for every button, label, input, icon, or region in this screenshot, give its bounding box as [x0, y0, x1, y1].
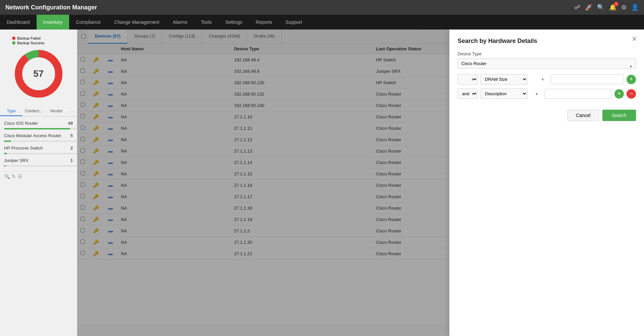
- sidebar-tabs: Type Credent... Vendor ···: [0, 107, 77, 116]
- device-type-count: 1: [65, 158, 73, 163]
- search-icon[interactable]: 🔍: [597, 4, 604, 11]
- content-area: Devices (57) Groups (7) Configs (113) Ch…: [77, 30, 644, 336]
- filter-row-2: and or DRAM Size Flash Size Description …: [458, 89, 636, 99]
- device-type-bar: [4, 165, 6, 167]
- device-type-name: HP Procurve Switch: [4, 146, 65, 151]
- device-type-label: Device Type: [458, 51, 636, 56]
- nav-item-compliance[interactable]: Compliance: [69, 15, 107, 30]
- donut-center-number: 57: [33, 68, 44, 79]
- sidebar-bottom: 🔍 ↻ ☰: [0, 171, 77, 181]
- notification-badge: 3: [614, 2, 618, 6]
- filter-row-1: and or DRAM Size Flash Size Description …: [458, 74, 636, 85]
- nav-item-reports[interactable]: Reports: [249, 15, 279, 30]
- nav-item-alarms[interactable]: Alarms: [166, 15, 194, 30]
- list-item[interactable]: HP Procurve Switch 2: [0, 144, 77, 154]
- search-bottom-icon[interactable]: 🔍: [4, 174, 10, 179]
- device-type-bar: [4, 141, 11, 142]
- sidebar-tab-vendor[interactable]: Vendor: [45, 107, 67, 116]
- list-item[interactable]: Cisco Modular Access Router 5: [0, 131, 77, 142]
- device-type-select[interactable]: Cisco Router HP Switch Juniper SRX Cisco…: [458, 58, 636, 69]
- filter1-connector-select[interactable]: and or: [458, 74, 478, 85]
- bell-icon[interactable]: 🔔 3: [609, 4, 616, 11]
- device-type-name: Cisco Modular Access Router: [4, 133, 65, 138]
- filter1-value-input[interactable]: [551, 74, 624, 84]
- modal-panel: Search by Hardware Details ✕ Device Type…: [449, 30, 644, 336]
- sidebar-tab-type[interactable]: Type: [0, 107, 22, 116]
- sidebar-tab-credentials[interactable]: Credent...: [22, 107, 45, 116]
- gear-icon[interactable]: ⚙: [621, 4, 627, 11]
- nav-item-settings[interactable]: Settings: [219, 15, 249, 30]
- device-type-select-wrap: Cisco Router HP Switch Juniper SRX Cisco…: [458, 58, 636, 74]
- device-type-bar: [4, 153, 7, 154]
- nav-item-support[interactable]: Support: [279, 15, 309, 30]
- device-type-name: Cisco IOS Router: [4, 121, 65, 126]
- nav-item-dashboard[interactable]: Dashboard: [0, 15, 37, 30]
- sidebar: Backup Failed Backup Success 57: [0, 30, 77, 336]
- list-item[interactable]: Cisco IOS Router 49: [0, 119, 77, 129]
- legend-failed: Backup Failed: [12, 36, 44, 40]
- failed-dot: [12, 37, 15, 40]
- device-type-count: 5: [65, 133, 73, 138]
- filter1-field-select[interactable]: DRAM Size Flash Size Description Model S…: [480, 74, 527, 85]
- modal-footer: Cancel Search: [458, 110, 636, 121]
- filter2-value-input[interactable]: [545, 89, 612, 99]
- list-item[interactable]: Juniper SRX 1: [0, 156, 77, 167]
- device-type-bar: [4, 128, 70, 129]
- user-icon[interactable]: 👤: [631, 4, 639, 11]
- filter2-field-select[interactable]: DRAM Size Flash Size Description Model S…: [480, 89, 527, 99]
- filter1-add-button[interactable]: +: [627, 75, 636, 84]
- cancel-button[interactable]: Cancel: [567, 110, 599, 121]
- monitor-icon[interactable]: ☍: [574, 4, 580, 11]
- search-button[interactable]: Search: [602, 110, 636, 121]
- filter2-connector-select[interactable]: and or: [458, 89, 478, 99]
- app-title: Network Configuration Manager: [5, 4, 97, 11]
- donut-chart: 57: [12, 47, 65, 101]
- modal-title: Search by Hardware Details: [458, 38, 636, 45]
- nav-item-change-management[interactable]: Change Management: [107, 15, 166, 30]
- donut-container: Backup Failed Backup Success 57: [0, 33, 77, 104]
- success-dot: [12, 41, 15, 45]
- modal-close-button[interactable]: ✕: [632, 35, 637, 43]
- device-type-count: 49: [65, 121, 73, 126]
- device-type-count: 2: [65, 146, 73, 151]
- sidebar-tab-more[interactable]: ···: [67, 107, 77, 116]
- nav-bar: Dashboard Inventory Compliance Change Ma…: [0, 15, 644, 30]
- title-bar-icons: ☍ 🚀 🔍 🔔 3 ⚙ 👤: [574, 4, 639, 11]
- success-label: Backup Success: [17, 41, 44, 45]
- modal-overlay: Search by Hardware Details ✕ Device Type…: [77, 30, 644, 336]
- nav-item-inventory[interactable]: Inventory: [37, 15, 70, 30]
- filter2-remove-button[interactable]: −: [627, 89, 636, 99]
- refresh-bottom-icon[interactable]: ↻: [12, 174, 16, 179]
- device-type-name: Juniper SRX: [4, 158, 65, 163]
- rocket-icon[interactable]: 🚀: [585, 4, 592, 11]
- nav-item-tools[interactable]: Tools: [194, 15, 219, 30]
- main-layout: Backup Failed Backup Success 57: [0, 30, 644, 336]
- device-type-list: Cisco IOS Router 49 Cisco Modular Access…: [0, 116, 77, 171]
- list-bottom-icon[interactable]: ☰: [18, 174, 22, 179]
- legend-success: Backup Success: [12, 41, 44, 45]
- title-bar: Network Configuration Manager ☍ 🚀 🔍 🔔 3 …: [0, 0, 644, 15]
- donut-legend: Backup Failed Backup Success: [12, 36, 44, 46]
- filter2-add-button[interactable]: +: [614, 89, 624, 99]
- failed-label: Backup Failed: [17, 36, 41, 40]
